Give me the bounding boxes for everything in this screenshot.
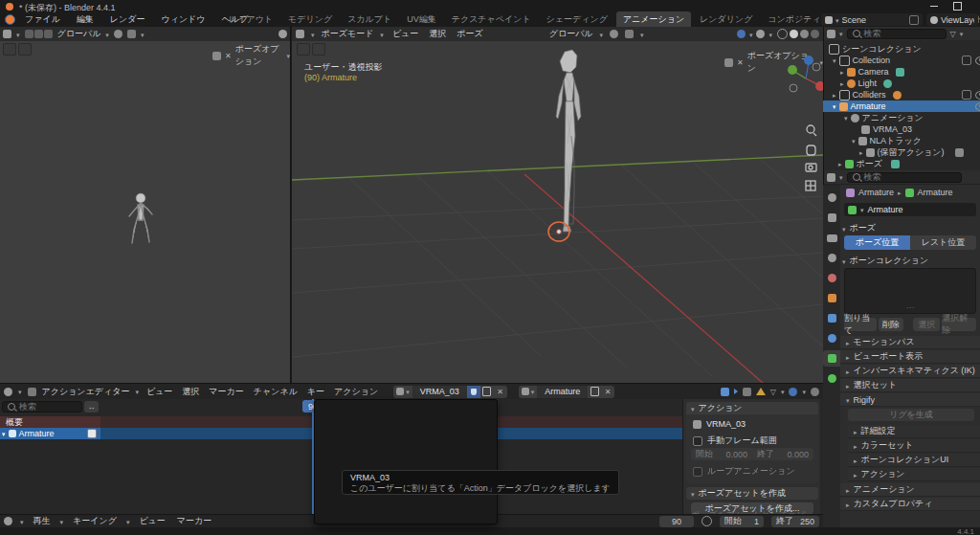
breadcrumb-data[interactable]: Armature — [918, 188, 953, 197]
eye-icon[interactable] — [975, 102, 980, 111]
section-viewport-display[interactable]: ビューポート表示 — [840, 350, 980, 364]
pose-asset-panel-header[interactable]: ポーズアセットを作成 — [686, 487, 818, 500]
section-rigify[interactable]: Rigify — [840, 393, 980, 407]
section-rigify-actions[interactable]: アクション — [848, 468, 980, 481]
tab-physics[interactable] — [823, 330, 840, 346]
display-mode-icon[interactable] — [827, 30, 835, 38]
expand-icon[interactable] — [833, 56, 836, 65]
editor-mode-select[interactable]: アクションエディター — [42, 386, 130, 398]
viewport-main[interactable]: ポーズモード ビュー 選択 ポーズ グローバル — [292, 27, 823, 383]
menu-action[interactable]: アクション — [332, 386, 380, 398]
outliner-row-animation[interactable]: アニメーション — [823, 112, 980, 123]
expand-icon[interactable] — [838, 159, 842, 168]
current-frame-field[interactable]: 90 — [659, 516, 694, 527]
generate-rig-button[interactable]: リグを生成 — [848, 409, 974, 421]
expand-icon[interactable] — [844, 113, 848, 123]
mode-select[interactable]: ポーズモード — [322, 28, 374, 40]
tab-viewlayer[interactable] — [823, 250, 840, 266]
expand-channels-button[interactable]: ↔ — [84, 401, 99, 412]
tab-layout[interactable]: レイアウト — [222, 11, 279, 28]
tab-sculpting[interactable]: スカルプト — [341, 11, 398, 28]
breadcrumb-object[interactable]: Armature — [858, 188, 894, 197]
snap-magnet-icon[interactable] — [625, 30, 634, 38]
exclude-checkbox[interactable] — [962, 90, 971, 100]
timeline-editor-icon[interactable] — [4, 517, 12, 525]
tab-animation[interactable]: アニメーション — [616, 11, 691, 28]
channel-armature[interactable]: Armature — [0, 428, 100, 439]
close-icon[interactable] — [225, 51, 232, 60]
frame-end-field[interactable]: 終了250 — [771, 516, 819, 527]
section-custom-properties[interactable]: カスタムプロパティ — [840, 498, 980, 511]
scene-selector[interactable]: Scene — [821, 13, 923, 26]
overlay-icon[interactable] — [212, 52, 221, 60]
eye-icon[interactable] — [975, 91, 980, 100]
use-preview-range-icon[interactable] — [702, 516, 712, 526]
viewport-secondary-tools[interactable] — [3, 43, 32, 56]
outliner-row-camera[interactable]: Camera — [823, 66, 980, 78]
datablock-name-field[interactable]: Armature — [844, 203, 976, 216]
menu-marker[interactable]: マーカー — [175, 515, 213, 527]
menu-view[interactable]: ビュー — [390, 28, 420, 40]
expand-icon[interactable] — [840, 78, 844, 88]
properties-search-input[interactable]: 検索 — [847, 172, 962, 183]
channel-search-input[interactable]: 検索 — [2, 401, 82, 412]
tab-texture-paint[interactable]: テクスチャペイント — [445, 11, 538, 28]
section-advanced-options[interactable]: 詳細設定 — [848, 425, 980, 438]
action-panel-header[interactable]: アクション — [686, 402, 818, 414]
select-box-tool-icon[interactable] — [18, 43, 32, 56]
properties-menu-icon[interactable] — [827, 173, 835, 182]
rest-position-button[interactable]: レスト位置 — [910, 235, 976, 250]
tab-rendering[interactable]: レンダリング — [693, 11, 759, 28]
section-selection-sets[interactable]: 選択セット — [840, 379, 980, 392]
action-browse-button[interactable] — [393, 386, 412, 398]
tab-scene[interactable] — [823, 270, 840, 286]
snap-magnet-icon[interactable] — [127, 30, 136, 38]
section-motion-paths[interactable]: モーションパス — [840, 336, 980, 349]
nav-gizmo[interactable] — [785, 50, 823, 193]
expand-icon[interactable] — [2, 429, 6, 438]
unlink-action-button[interactable] — [494, 386, 507, 398]
eye-icon[interactable] — [975, 56, 980, 65]
pivot-icon[interactable] — [610, 30, 618, 38]
range-start-field[interactable]: 開始0.000 — [691, 448, 752, 460]
menu-keying[interactable]: キーイング — [71, 515, 119, 527]
viewport-secondary[interactable]: グローバル ポーズオプション — [0, 27, 291, 383]
menu-channel[interactable]: チャンネル — [252, 386, 300, 398]
section-inverse-kinematics[interactable]: インバースキネマティクス (IK) — [840, 365, 980, 378]
overlay-icon[interactable] — [724, 58, 733, 67]
editor-type-icon[interactable] — [296, 30, 304, 38]
close-icon[interactable] — [737, 57, 744, 67]
new-scene-icon[interactable] — [909, 15, 919, 25]
outliner-row-colliders[interactable]: Colliders — [823, 89, 980, 100]
editor-type-icon[interactable] — [4, 388, 12, 396]
viewport-secondary-options[interactable]: ポーズオプション — [212, 43, 290, 68]
blender-menu-icon[interactable] — [5, 14, 15, 25]
viewport-main-tools[interactable] — [297, 43, 325, 56]
outliner-row-scene-collection[interactable]: シーンコレクション — [823, 43, 980, 55]
action-name-field[interactable]: VRMA_03 — [412, 386, 467, 398]
tab-bone[interactable] — [823, 370, 840, 387]
orientation-select[interactable]: グローバル — [549, 28, 593, 40]
outliner-search-input[interactable]: 検索 — [847, 29, 947, 39]
tweak-tool-icon[interactable] — [3, 43, 16, 56]
menu-window[interactable]: ウィンドウ — [159, 13, 207, 26]
hidden-icon[interactable] — [743, 388, 751, 396]
manual-range-checkbox[interactable] — [693, 436, 702, 446]
expand-icon[interactable] — [833, 101, 836, 111]
viewport-right-icons[interactable] — [737, 29, 819, 39]
channel-checkbox[interactable] — [87, 429, 97, 438]
tab-output[interactable] — [823, 230, 840, 246]
menu-select[interactable]: 選択 — [180, 386, 201, 398]
cyclic-animation-row[interactable]: ループアニメーション — [693, 465, 795, 478]
shading-mode-icons[interactable] — [278, 30, 287, 38]
tab-modeling[interactable]: モデリング — [281, 11, 339, 28]
character-mini[interactable] — [122, 191, 161, 249]
proportional-edit-icon[interactable] — [789, 388, 797, 396]
new-action-button[interactable] — [480, 386, 494, 398]
pivot-icon[interactable] — [114, 30, 122, 38]
outliner-row-nla-track[interactable]: NLAトラック — [823, 135, 980, 146]
pose-options-label[interactable]: ポーズオプション — [235, 43, 283, 68]
menu-view[interactable]: ビュー — [145, 386, 174, 398]
slot-name-field[interactable]: Armature — [537, 386, 588, 398]
tab-world[interactable] — [823, 290, 840, 306]
